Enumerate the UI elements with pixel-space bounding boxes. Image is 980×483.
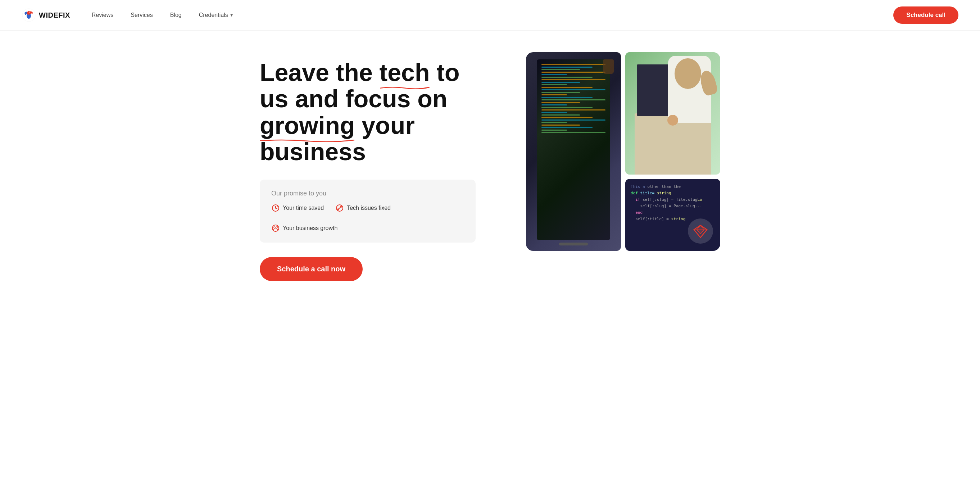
nav-item-services[interactable]: Services	[130, 12, 153, 18]
hero-image-person	[625, 52, 720, 175]
gem-badge	[688, 218, 713, 244]
nav-item-blog[interactable]: Blog	[170, 12, 182, 18]
promise-box: Our promise to you Your tim	[260, 180, 476, 242]
brand-name: WIDEFIX	[39, 11, 70, 19]
headline-tech: tech	[380, 59, 430, 86]
promise-items: Your time saved Tech issues fixed	[271, 204, 464, 233]
hero-image-code: This a other than the def title= string …	[625, 179, 720, 251]
promise-item-growth: Your business growth	[271, 224, 337, 233]
nav-links: Reviews Services Blog Credentials ▼	[92, 12, 893, 18]
logo-link[interactable]: WIDEFIX	[22, 8, 70, 22]
nav-schedule-call-button[interactable]: Schedule call	[893, 6, 958, 24]
hero-section: Leave the tech tous and focus ongrowing …	[238, 30, 742, 303]
headline-text-part1: Leave the	[260, 59, 380, 86]
svg-point-6	[275, 207, 276, 209]
promise-item-time: Your time saved	[271, 204, 324, 212]
growth-icon	[271, 224, 280, 233]
diamond-icon	[692, 224, 708, 238]
tools-icon	[335, 204, 344, 212]
hero-image-laptop	[526, 52, 621, 251]
hero-schedule-call-button[interactable]: Schedule a call now	[260, 257, 363, 281]
promise-label-tech: Tech issues fixed	[347, 205, 391, 211]
hero-headline: Leave the tech tous and focus ongrowing …	[260, 59, 504, 165]
svg-point-4	[29, 12, 30, 13]
hero-images: This a other than the def title= string …	[526, 52, 720, 251]
navigation: WIDEFIX Reviews Services Blog Credential…	[0, 0, 980, 30]
promise-label-growth: Your business growth	[283, 225, 337, 231]
promise-title: Our promise to you	[271, 190, 464, 197]
logo-icon	[22, 8, 36, 22]
nav-item-credentials[interactable]: Credentials ▼	[199, 12, 234, 18]
hero-left: Leave the tech tous and focus ongrowing …	[260, 52, 504, 281]
chevron-down-icon: ▼	[229, 13, 234, 18]
promise-item-tech: Tech issues fixed	[335, 204, 391, 212]
clock-icon	[271, 204, 280, 212]
svg-point-14	[274, 227, 275, 228]
svg-point-15	[276, 227, 277, 228]
promise-label-time: Your time saved	[283, 205, 324, 211]
headline-growing: growing	[260, 112, 355, 139]
nav-item-reviews[interactable]: Reviews	[92, 12, 113, 18]
